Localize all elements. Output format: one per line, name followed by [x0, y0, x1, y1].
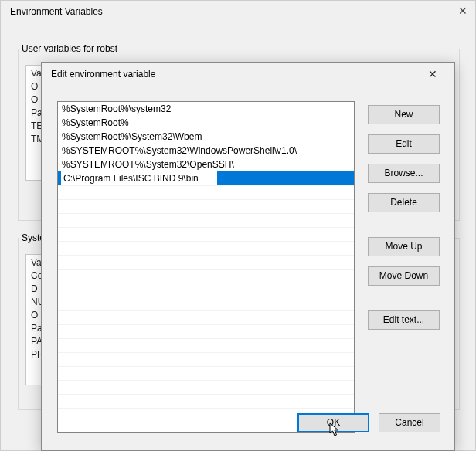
dialog-title: Edit environment variable — [51, 69, 155, 80]
empty-row[interactable] — [58, 269, 354, 283]
empty-row[interactable] — [58, 297, 354, 310]
path-entry[interactable]: %SYSTEMROOT%\System32\OpenSSH\ — [58, 158, 354, 171]
ok-button[interactable]: OK — [298, 413, 369, 432]
empty-row[interactable] — [58, 310, 354, 324]
close-icon[interactable]: ✕ — [458, 5, 468, 17]
move-up-button[interactable]: Move Up — [368, 237, 440, 256]
dialog-titlebar: Edit environment variable ✕ — [42, 63, 454, 86]
edit-button[interactable]: Edit — [368, 134, 440, 154]
empty-row[interactable] — [58, 255, 354, 269]
path-entry-selected[interactable]: C:\Program Files\ISC BIND 9\bin — [58, 171, 354, 185]
move-down-button[interactable]: Move Down — [368, 266, 440, 286]
edit-text-button[interactable]: Edit text... — [368, 310, 440, 330]
empty-row[interactable] — [58, 394, 354, 408]
delete-button[interactable]: Delete — [368, 193, 440, 212]
empty-row[interactable] — [58, 366, 354, 380]
empty-row[interactable] — [58, 199, 354, 213]
empty-row[interactable] — [58, 227, 354, 241]
new-button[interactable]: New — [368, 105, 440, 124]
bg-window-title: Environment Variables — [1, 1, 475, 24]
empty-row[interactable] — [58, 185, 354, 199]
empty-row[interactable] — [58, 352, 354, 366]
user-vars-legend: User variables for robst — [19, 43, 121, 54]
empty-row[interactable] — [58, 338, 354, 352]
path-entry[interactable]: %SYSTEMROOT%\System32\WindowsPowerShell\… — [58, 144, 354, 158]
path-entry[interactable]: %SystemRoot% — [58, 116, 354, 130]
close-icon[interactable]: ✕ — [420, 65, 445, 83]
cancel-button[interactable]: Cancel — [379, 413, 440, 432]
path-entries-list[interactable]: %SystemRoot%\system32 %SystemRoot% %Syst… — [57, 101, 355, 433]
browse-button[interactable]: Browse... — [368, 164, 440, 183]
empty-row[interactable] — [58, 241, 354, 255]
edit-env-var-dialog: Edit environment variable ✕ %SystemRoot%… — [41, 62, 455, 451]
path-entry[interactable]: %SystemRoot%\System32\Wbem — [58, 130, 354, 144]
empty-row[interactable] — [58, 324, 354, 338]
empty-row[interactable] — [58, 283, 354, 297]
empty-row[interactable] — [58, 380, 354, 394]
path-entry-edit-input[interactable] — [61, 171, 217, 185]
path-entry[interactable]: %SystemRoot%\system32 — [58, 102, 354, 116]
empty-row[interactable] — [58, 213, 354, 227]
